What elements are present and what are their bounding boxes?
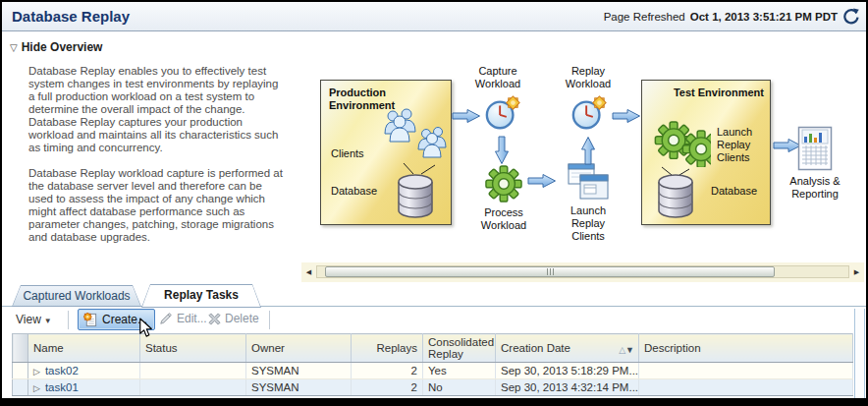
clients-icon <box>384 106 455 167</box>
flow-arrow-up-icon <box>580 136 596 165</box>
database-label: Database <box>711 185 757 197</box>
database-replay-page: Database Replay Page Refreshed Oct 1, 20… <box>0 0 868 406</box>
database-icon <box>656 173 695 220</box>
overview-paragraph-2: Database Replay workload capture is perf… <box>28 167 284 244</box>
replays-cell: 2 <box>352 379 423 396</box>
scrollbar-thumb[interactable] <box>325 266 775 277</box>
database-label: Database <box>331 185 377 197</box>
owner-cell: SYSMAN <box>246 363 352 379</box>
description-cell <box>639 363 853 379</box>
flow-arrow-icon <box>525 173 559 189</box>
capture-workload-clock-icon <box>484 94 521 132</box>
process-workload-gear-icon <box>485 165 522 203</box>
replays-cell: 2 <box>352 363 423 379</box>
table-row[interactable]: ▷task02 SYSMAN 2 Yes Sep 30, 2013 5:18:2… <box>13 363 853 379</box>
tab-replay-tasks[interactable]: Replay Tasks <box>141 284 261 308</box>
creation-date-cell: Sep 30, 2013 5:18:29 PM... <box>496 363 639 379</box>
chevron-down-icon: ▼ <box>44 317 52 325</box>
page-refreshed-label: Page Refreshed <box>604 11 685 23</box>
column-header-description[interactable]: Description <box>639 334 853 363</box>
refresh-icon[interactable] <box>842 8 859 25</box>
owner-cell: SYSMAN <box>246 379 352 396</box>
test-environment-title: Test Environment <box>642 87 764 99</box>
clients-label: Clients <box>331 147 364 159</box>
diagram-horizontal-scrollbar[interactable]: ◀ ▶ <box>301 262 864 282</box>
page-title: Database Replay <box>2 8 130 25</box>
new-document-star-icon <box>83 313 98 327</box>
launch-replay-clients-windows-icon <box>568 163 609 201</box>
replay-workload-clock-icon <box>570 94 608 132</box>
view-menu-button[interactable]: View▼ <box>16 313 52 326</box>
workload-tabs: Captured Workloads Replay Tasks <box>2 284 866 307</box>
replay-workload-label: Replay Workload <box>549 65 627 90</box>
capture-workload-label: Capture Workload <box>457 65 539 90</box>
flow-arrow-down-icon <box>494 136 510 165</box>
status-cell <box>140 379 246 396</box>
analysis-report-icon <box>797 126 833 171</box>
launch-replay-clients-label: Launch Replay Clients <box>717 126 768 164</box>
description-cell <box>639 379 853 396</box>
hide-overview-toggle[interactable]: ▽Hide Overview <box>10 40 102 54</box>
flow-arrow-icon <box>452 108 481 124</box>
column-header-consolidated-replay[interactable]: Consolidated Replay <box>423 334 496 363</box>
flow-arrow-icon <box>612 108 641 124</box>
disclosure-triangle-icon: ▽ <box>10 42 18 53</box>
process-workload-label: Process Workload <box>462 206 545 232</box>
name-cell: ▷task02 <box>28 363 140 379</box>
expand-row-icon[interactable]: ▷ <box>33 367 40 377</box>
analysis-reporting-label: Analysis & Reporting <box>773 175 857 201</box>
delete-button[interactable]: Delete <box>208 312 259 325</box>
column-header-replays[interactable]: Replays <box>352 334 423 363</box>
consolidated-cell: No <box>423 379 496 396</box>
page-refreshed-timestamp: Oct 1, 2013 3:51:21 PM PDT <box>690 11 838 23</box>
status-cell <box>140 363 246 379</box>
mouse-cursor-icon <box>138 318 153 338</box>
test-environment-box: Test Environment Launch Replay Clients D… <box>641 80 771 225</box>
expand-row-icon[interactable]: ▷ <box>33 383 40 393</box>
name-cell: ▷task01 <box>28 379 140 396</box>
production-environment-box: Production Environment Clients Database <box>320 80 452 225</box>
sort-descending-icon[interactable]: ▼ <box>625 345 634 355</box>
replay-tasks-toolbar: View▼ Create... Edit... Delete <box>2 308 866 333</box>
table-vertical-scrollbar[interactable] <box>854 309 865 398</box>
column-header-owner[interactable]: Owner <box>246 334 352 363</box>
scrollbar-track[interactable] <box>316 265 849 278</box>
scroll-right-arrow-icon[interactable]: ▶ <box>850 262 863 282</box>
creation-date-cell: Sep 30, 2013 4:32:14 PM... <box>496 379 639 396</box>
page-header: Database Replay Page Refreshed Oct 1, 20… <box>2 2 866 31</box>
consolidated-cell: Yes <box>423 363 496 379</box>
task-link[interactable]: task01 <box>45 381 79 393</box>
column-header-status[interactable]: Status <box>140 334 246 363</box>
column-header-creation-date[interactable]: Creation Date △▼ <box>496 334 639 363</box>
overview-text: Database Replay enables you to effective… <box>28 65 284 244</box>
delete-x-icon <box>208 313 221 325</box>
replay-clients-gears-icon <box>646 120 711 167</box>
table-row[interactable]: ▷task01 SYSMAN 2 No Sep 30, 2013 4:32:14… <box>13 379 853 396</box>
edit-button[interactable]: Edit... <box>159 312 207 325</box>
tab-captured-workloads[interactable]: Captured Workloads <box>12 285 141 307</box>
row-selector-cell[interactable] <box>13 363 28 379</box>
row-selector-column-header <box>13 334 28 363</box>
column-header-name[interactable]: Name <box>28 334 140 363</box>
scroll-left-arrow-icon[interactable]: ◀ <box>302 262 315 282</box>
overview-paragraph-1: Database Replay enables you to effective… <box>28 65 284 154</box>
task-link[interactable]: task02 <box>45 365 79 377</box>
pencil-icon <box>159 312 173 325</box>
row-selector-cell[interactable] <box>13 379 28 396</box>
launch-replay-clients-label: Launch Replay Clients <box>555 204 622 243</box>
replay-tasks-table: Name Status Owner Replays Consolidated R… <box>12 333 853 396</box>
overview-diagram: Production Environment Clients Database … <box>301 61 866 261</box>
database-icon <box>396 173 435 220</box>
